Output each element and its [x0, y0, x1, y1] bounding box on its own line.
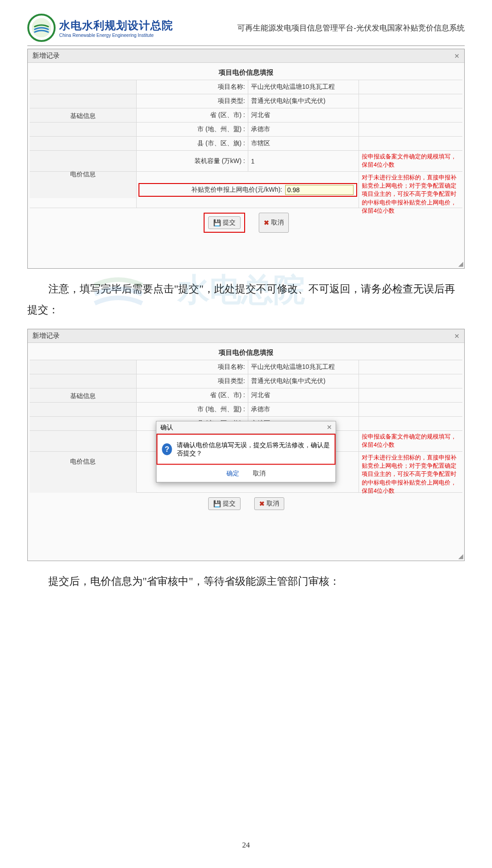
- cancel-button-2[interactable]: ✖ 取消: [254, 497, 284, 510]
- price-input[interactable]: [285, 185, 354, 195]
- save-icon: 💾: [213, 219, 221, 226]
- question-icon: ?: [162, 444, 172, 455]
- confirm-close-icon[interactable]: ✕: [327, 424, 332, 432]
- paragraph-submit-note: 注意，填写完毕后需要点击"提交"，此处提交不可修改、不可返回，请务必检查无误后再…: [27, 279, 465, 321]
- capacity-value: 1: [248, 151, 359, 171]
- price-hint: 对于未进行业主招标的，直接申报补贴竞价上网电价；对于竞争配置确定项目业主的，可按…: [359, 172, 462, 208]
- save-icon-2: 💾: [213, 500, 221, 507]
- submit-highlight: 💾 提交: [204, 213, 245, 233]
- cancel-button[interactable]: ✖ 取消: [259, 213, 289, 233]
- dialog-titlebar: 新增记录 ✕: [28, 49, 464, 63]
- form-title-2: 项目电价信息填报: [30, 348, 462, 360]
- city-label-2: 市 (地、州、盟) :: [137, 403, 248, 416]
- form-title: 项目电价信息填报: [30, 68, 462, 80]
- resize-handle-icon[interactable]: ◢: [458, 260, 463, 267]
- city-label: 市 (地、州、盟) :: [137, 123, 248, 136]
- page-header: 水电水利规划设计总院 China Renewable Energy Engine…: [27, 14, 465, 46]
- province-label-2: 省 (区、市) :: [137, 388, 248, 402]
- province-label: 省 (区、市) :: [137, 108, 248, 122]
- project-name-label-2: 项目名称:: [137, 360, 248, 374]
- county-label: 县 (市、区、旗) :: [137, 137, 248, 150]
- price-hint-2: 对于未进行业主招标的，直接申报补贴竞价上网电价；对于竞争配置确定项目业主的，可按…: [359, 452, 462, 492]
- submit-button-2[interactable]: 💾 提交: [208, 497, 241, 510]
- submit-button[interactable]: 💾 提交: [208, 216, 241, 229]
- confirm-dialog: 确认 ✕ ? 请确认电价信息填写无误，提交后将无法修改，确认是否提交？ 确定 取…: [156, 421, 336, 483]
- page-number: 24: [0, 841, 492, 850]
- cancel-icon: ✖: [264, 219, 269, 226]
- project-name-value: 平山光伏电站温塘10兆瓦工程: [248, 80, 359, 94]
- resize-handle-icon-2[interactable]: ◢: [458, 552, 463, 560]
- close-icon[interactable]: ✕: [454, 52, 460, 60]
- doc-title: 可再生能源发电项目信息管理平台-光伏发电国家补贴竞价信息系统: [237, 23, 465, 33]
- org-name-en: China Renewable Energy Engineering Insti…: [59, 33, 173, 38]
- creei-logo-icon: [27, 14, 56, 42]
- county-value: 市辖区: [248, 137, 359, 150]
- city-value: 承德市: [248, 123, 359, 136]
- confirm-ok-button[interactable]: 确定: [226, 470, 239, 478]
- screenshot-confirm-dialog: 新增记录 ✕ 项目电价信息填报 基础信息 项目名称: 平山光伏电站温塘10兆瓦工…: [27, 329, 465, 561]
- logo-area: 水电水利规划设计总院 China Renewable Energy Engine…: [27, 14, 173, 42]
- confirm-cancel-button[interactable]: 取消: [253, 470, 266, 478]
- project-name-label: 项目名称:: [137, 80, 248, 94]
- project-type-label-2: 项目类型:: [137, 374, 248, 388]
- confirm-title: 确认: [160, 424, 173, 432]
- paragraph-after-submit: 提交后，电价信息为"省审核中"，等待省级能源主管部门审核：: [27, 571, 465, 592]
- cancel-icon-2: ✖: [259, 500, 265, 507]
- project-name-value-2: 平山光伏电站温塘10兆瓦工程: [248, 360, 359, 374]
- price-input-highlight: 补贴竞价申报上网电价(元/kWh):: [138, 183, 357, 197]
- province-value: 河北省: [248, 108, 359, 122]
- confirm-text: 请确认电价信息填写无误，提交后将无法修改，确认是否提交？: [177, 441, 330, 458]
- capacity-hint-2: 按申报或备案文件确定的规模填写，保留4位小数: [359, 431, 462, 451]
- city-value-2: 承德市: [248, 403, 359, 416]
- close-icon-2[interactable]: ✕: [454, 332, 460, 340]
- dialog-title-2: 新增记录: [32, 332, 60, 340]
- project-type-value-2: 普通光伏电站(集中式光伏): [248, 374, 359, 388]
- dialog-title: 新增记录: [32, 51, 60, 60]
- capacity-hint: 按申报或备案文件确定的规模填写，保留4位小数: [359, 151, 462, 171]
- dialog-titlebar-2: 新增记录 ✕: [28, 329, 464, 343]
- project-type-value: 普通光伏电站(集中式光伏): [248, 94, 359, 108]
- org-name-cn: 水电水利规划设计总院: [59, 18, 173, 33]
- project-type-label: 项目类型:: [137, 94, 248, 108]
- price-label: 补贴竞价申报上网电价(元/kWh):: [191, 186, 282, 194]
- province-value-2: 河北省: [248, 388, 359, 402]
- capacity-label: 装机容量 (万kW) :: [137, 151, 248, 171]
- screenshot-add-record: 新增记录 ✕ 项目电价信息填报 基础信息 项目名称: 平山光伏电站温塘10兆瓦工…: [27, 49, 465, 269]
